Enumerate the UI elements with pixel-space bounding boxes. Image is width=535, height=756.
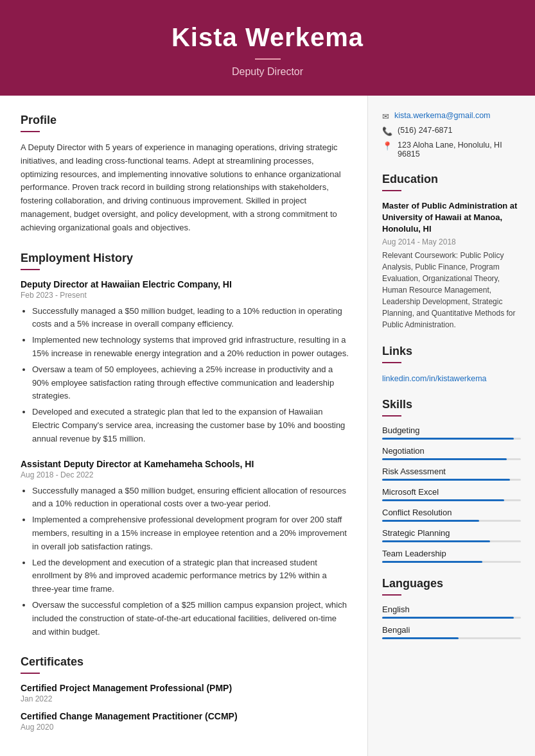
skill-bar-bg	[382, 520, 521, 522]
skill-bar-bg	[382, 499, 521, 501]
cert-1: Certified Project Management Professiona…	[21, 683, 349, 703]
skill-item: Microsoft Excel	[382, 487, 521, 501]
skills-underline	[382, 415, 401, 417]
job-1-dates: Feb 2023 - Present	[21, 291, 349, 300]
languages-section: Languages English Bengali	[382, 577, 521, 639]
list-item: Implemented a comprehensive professional…	[32, 513, 349, 553]
skills-list: Budgeting Negotiation Risk Assessment Mi…	[382, 425, 521, 563]
skills-title: Skills	[382, 398, 521, 411]
cert-2: Certified Change Management Practitioner…	[21, 711, 349, 732]
language-item: English	[382, 605, 521, 619]
language-name: Bengali	[382, 625, 521, 635]
edu-dates: Aug 2014 - May 2018	[382, 237, 521, 246]
job-1: Deputy Director at Hawaiian Electric Com…	[21, 279, 349, 446]
language-bar-bg	[382, 617, 521, 619]
skills-section: Skills Budgeting Negotiation Risk Assess…	[382, 398, 521, 563]
edu-degree: Master of Public Administration at Unive…	[382, 200, 521, 236]
skill-name: Conflict Resolution	[382, 508, 521, 517]
edu-coursework: Relevant Coursework: Public Policy Analy…	[382, 250, 521, 331]
skill-bar-bg	[382, 540, 521, 542]
job-1-title: Deputy Director at Hawaiian Electric Com…	[21, 279, 349, 289]
employment-section: Employment History Deputy Director at Ha…	[21, 252, 349, 639]
skill-bar-fill	[382, 520, 479, 522]
skill-bar-fill	[382, 561, 482, 563]
skill-bar-fill	[382, 499, 504, 501]
resume-container: Kista Werkema Deputy Director Profile A …	[0, 0, 535, 756]
certificates-section: Certificates Certified Project Managemen…	[21, 655, 349, 732]
education-underline	[382, 190, 401, 191]
skill-bar-fill	[382, 479, 510, 481]
skill-name: Strategic Planning	[382, 528, 521, 538]
list-item: Oversaw the successful completion of a $…	[32, 599, 349, 639]
language-bar-fill	[382, 637, 459, 639]
resume-body: Profile A Deputy Director with 5 years o…	[0, 96, 535, 756]
location-icon: 📍	[382, 141, 392, 151]
contact-email: ✉ kista.werkema@gmail.com	[382, 111, 521, 121]
languages-list: English Bengali	[382, 605, 521, 639]
skill-item: Negotiation	[382, 446, 521, 460]
cert-2-name: Certified Change Management Practitioner…	[21, 711, 349, 721]
languages-underline	[382, 594, 401, 596]
skill-bar-fill	[382, 458, 507, 460]
skill-item: Conflict Resolution	[382, 508, 521, 522]
certificates-underline	[21, 673, 40, 674]
skill-name: Negotiation	[382, 446, 521, 456]
header-divider	[255, 58, 281, 60]
skill-bar-bg	[382, 479, 521, 481]
language-bar-bg	[382, 637, 521, 639]
skill-name: Risk Assessment	[382, 467, 521, 476]
skill-name: Microsoft Excel	[382, 487, 521, 497]
list-item: Oversaw a team of 50 employees, achievin…	[32, 363, 349, 403]
profile-title: Profile	[21, 114, 349, 127]
list-item: Led the development and execution of a s…	[32, 556, 349, 596]
links-underline	[382, 362, 401, 363]
skill-bar-bg	[382, 438, 521, 440]
candidate-title: Deputy Director	[13, 66, 522, 78]
contact-address: 📍 123 Aloha Lane, Honolulu, HI 96815	[382, 141, 521, 159]
skill-item: Risk Assessment	[382, 467, 521, 481]
phone-icon: 📞	[382, 126, 392, 136]
profile-underline	[21, 131, 40, 132]
languages-title: Languages	[382, 577, 521, 590]
cert-1-name: Certified Project Management Professiona…	[21, 683, 349, 693]
employment-title: Employment History	[21, 252, 349, 265]
linkedin-link[interactable]: linkedin.com/in/kistawerkema	[382, 374, 487, 383]
list-item: Developed and executed a strategic plan …	[32, 406, 349, 445]
address-text: 123 Aloha Lane, Honolulu, HI 96815	[398, 141, 521, 159]
candidate-name: Kista Werkema	[13, 23, 522, 52]
profile-text: A Deputy Director with 5 years of experi…	[21, 141, 349, 235]
job-2-title: Assistant Deputy Director at Kamehameha …	[21, 459, 349, 469]
skill-item: Strategic Planning	[382, 528, 521, 542]
skill-name: Team Leadership	[382, 549, 521, 558]
skill-bar-bg	[382, 458, 521, 460]
language-name: English	[382, 605, 521, 614]
contact-section: ✉ kista.werkema@gmail.com 📞 (516) 247-68…	[382, 111, 521, 159]
skill-item: Team Leadership	[382, 549, 521, 563]
education-title: Education	[382, 173, 521, 186]
email-link[interactable]: kista.werkema@gmail.com	[394, 111, 491, 120]
language-bar-fill	[382, 617, 514, 619]
education-section: Education Master of Public Administratio…	[382, 173, 521, 331]
employment-underline	[21, 269, 40, 270]
cert-1-date: Jan 2022	[21, 694, 349, 703]
phone-text: (516) 247-6871	[398, 126, 452, 135]
links-title: Links	[382, 345, 521, 358]
resume-header: Kista Werkema Deputy Director	[0, 0, 535, 96]
job-2-bullets: Successfully managed a $50 million budge…	[21, 485, 349, 639]
skill-bar-bg	[382, 561, 521, 563]
skill-name: Budgeting	[382, 425, 521, 435]
skill-item: Budgeting	[382, 425, 521, 440]
skill-bar-fill	[382, 438, 514, 440]
job-1-bullets: Successfully managed a $50 million budge…	[21, 305, 349, 446]
profile-section: Profile A Deputy Director with 5 years o…	[21, 114, 349, 235]
certificates-title: Certificates	[21, 655, 349, 669]
right-column: ✉ kista.werkema@gmail.com 📞 (516) 247-68…	[368, 96, 535, 756]
left-column: Profile A Deputy Director with 5 years o…	[0, 96, 368, 756]
list-item: Successfully managed a $50 million budge…	[32, 305, 349, 332]
list-item: Successfully managed a $50 million budge…	[32, 485, 349, 511]
job-2-dates: Aug 2018 - Dec 2022	[21, 470, 349, 479]
email-icon: ✉	[382, 112, 389, 121]
list-item: Implemented new technology systems that …	[32, 334, 349, 361]
cert-2-date: Aug 2020	[21, 723, 349, 732]
job-2: Assistant Deputy Director at Kamehameha …	[21, 459, 349, 639]
